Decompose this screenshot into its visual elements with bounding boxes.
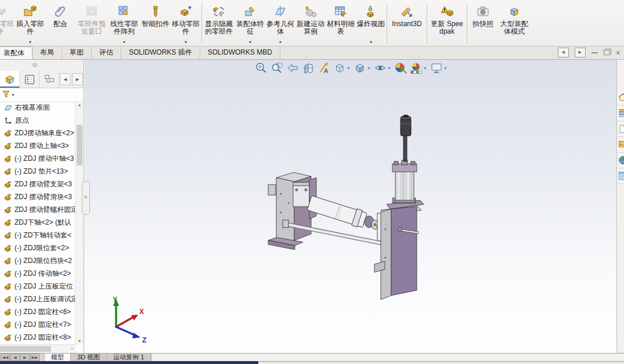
headsup-zoom-fit-button[interactable] <box>254 61 268 75</box>
dropdown-arrow-icon: ▼ <box>367 66 371 70</box>
tree-item[interactable]: (-) ZDJ 垫片<13> <box>0 165 75 178</box>
bottom-tab-1[interactable]: 3D 视图 <box>71 354 107 361</box>
display-style-icon <box>354 62 366 74</box>
filter-dropdown-arrow[interactable]: ▼ <box>11 93 15 97</box>
tree-item-label: (-) ZDJ 摆动中轴<3 <box>15 154 74 164</box>
component-preview-icon <box>85 5 99 19</box>
tree-item[interactable]: ZDJ摆动轴承座<2> <box>0 127 75 139</box>
ribbon-button-speedpak[interactable]: 更新 Speedpak <box>428 0 466 46</box>
motion-nav-next-button[interactable]: ▶ <box>20 354 30 361</box>
taskpane-custom-properties-tab[interactable] <box>617 168 624 184</box>
tree-item[interactable]: ZDJ 摆动臂滑块<3 <box>0 190 75 203</box>
tree-item[interactable]: (-) ZDJ 上压板定位 <box>0 280 75 293</box>
tree-horizontal-scrollbar[interactable]: > <box>0 344 76 353</box>
ribbon-button-motion-study[interactable]: 新建运动算例 <box>295 0 326 46</box>
command-tab-3[interactable]: 评估 <box>92 46 121 59</box>
configurationmanager-tab[interactable] <box>39 71 59 88</box>
tree-item[interactable]: ZDJ 摆动臂支架<3 <box>0 178 75 190</box>
scroll-right-icon[interactable]: > <box>68 345 76 353</box>
dropdown-arrow-icon: ▼ <box>347 66 351 70</box>
assembly-model[interactable]: Y X Z <box>85 60 617 353</box>
ribbon-button-linear-pattern[interactable]: 线性零部件阵列▼ <box>108 0 140 46</box>
restore-button[interactable] <box>604 50 610 55</box>
headsup-edit-appearance-button[interactable] <box>394 61 407 75</box>
command-tab-1[interactable]: 布局 <box>33 46 62 59</box>
scroll-up-icon[interactable]: ▲ <box>75 101 84 109</box>
ribbon-button-smart-fasteners[interactable]: 智能扣件 <box>140 0 171 46</box>
hscroll-thumb[interactable] <box>0 346 51 352</box>
headsup-view-orientation-button[interactable]: ▼ <box>333 61 351 75</box>
taskpane-appearances-tab[interactable] <box>617 153 624 168</box>
ribbon-button-instant3d[interactable]: Instant3D <box>388 0 426 46</box>
ribbon-button-insert-component[interactable]: 插入零部件▼ <box>15 0 45 46</box>
ribbon-button-reference-geometry[interactable]: 参考几何体▼ <box>265 0 295 46</box>
ribbon-button-exploded-view[interactable]: 爆炸视图▼ <box>356 0 386 46</box>
panel-splitter-grip[interactable] <box>82 181 90 215</box>
pane-left-button[interactable]: ◀ <box>558 48 569 57</box>
headsup-display-style-button[interactable]: ▼ <box>353 61 371 75</box>
tree-item[interactable]: (-) ZDJ限位挡块<2 <box>0 254 75 267</box>
panel-tabs-scroll-left[interactable]: ◀ <box>60 73 71 85</box>
tree-item[interactable]: ZDJ下轴<2> (默认 <box>0 216 75 229</box>
headsup-view-settings-button[interactable]: ▼ <box>430 61 448 75</box>
motion-nav-prev-button[interactable]: ◀ <box>10 354 20 361</box>
ribbon-button-move-component[interactable]: 移动零部件▼ <box>171 0 201 46</box>
tree-vertical-scrollbar[interactable]: ▲ ▼ <box>75 101 84 345</box>
propertymanager-tab[interactable] <box>20 71 39 88</box>
ribbon-button-bom[interactable]: 材料明细表 <box>326 0 356 46</box>
filter-funnel-icon[interactable] <box>2 91 10 99</box>
ribbon-button-show-hidden[interactable]: 显示隐藏的零部件 <box>203 0 235 46</box>
headsup-hide-show-items-button[interactable]: ▼ <box>373 61 392 75</box>
taskpane-home-tab[interactable] <box>617 90 624 106</box>
featuremanager-tab[interactable] <box>0 71 20 88</box>
dropdown-arrow-icon: ▼ <box>443 66 448 70</box>
ribbon-button-mate[interactable]: 配合 <box>45 0 75 46</box>
tree-item[interactable]: (-) ZDJ 传动轴<2> <box>0 267 75 280</box>
scroll-down-icon[interactable]: ▼ <box>75 337 84 345</box>
minimize-button[interactable] <box>591 52 598 53</box>
headsup-apply-scene-button[interactable]: ▼ <box>409 61 428 75</box>
tree-item[interactable]: (-) ZDJ 摆动中轴<3 <box>0 152 75 165</box>
headsup-section-view-button[interactable] <box>301 61 315 75</box>
heads-up-view-toolbar: A▼▼▼▼▼ <box>254 61 448 75</box>
command-tab-0[interactable]: 装配体 <box>0 46 33 59</box>
headsup-annotations-button[interactable]: A <box>317 61 331 75</box>
ribbon-button-large-assembly[interactable]: 大型装配体模式 <box>498 0 531 46</box>
origin-icon <box>4 117 15 124</box>
ribbon-button-label: 插入零部件 <box>16 20 44 35</box>
motion-nav-last-button[interactable]: ▶▶ <box>30 354 39 361</box>
ribbon-button-snapshot[interactable]: 拍快照 <box>468 0 498 46</box>
command-tab-4[interactable]: SOLIDWORKS 插件 <box>121 46 200 59</box>
panel-tabs-scroll-right[interactable]: ▶ <box>72 73 83 85</box>
tree-item-label: ZDJ 摆动上轴<3> <box>15 141 69 151</box>
ribbon-button-assembly-features[interactable]: 装配体特征▼ <box>235 0 265 46</box>
tree-item[interactable]: (-) ZDJ 固定柱<7> <box>0 318 75 331</box>
tree-item[interactable]: 右视基准面 <box>0 101 75 114</box>
close-button[interactable]: × <box>616 49 621 57</box>
ribbon-button-edit-component: 编辑零部件 <box>0 0 15 46</box>
bottom-tab-0[interactable]: 模型 <box>44 354 71 361</box>
graphics-area[interactable]: A▼▼▼▼▼ <box>85 60 617 353</box>
tree-item[interactable]: (-) ZDJ限位套<2> <box>0 242 75 254</box>
instant3d-icon <box>400 5 414 19</box>
motion-nav-first-button[interactable]: ◀◀ <box>1 354 10 361</box>
headsup-previous-view-button[interactable] <box>286 61 300 75</box>
tree-item[interactable]: (-) ZD下轴转动套< <box>0 229 75 242</box>
tree-item[interactable]: (-) ZDJ 固定柱<6> <box>0 305 75 318</box>
part-icon <box>4 295 15 303</box>
taskpane-file-explorer-tab[interactable] <box>617 121 624 137</box>
tree-item[interactable]: ZDJ 摆动上轴<3> <box>0 139 75 152</box>
feature-tree: 右视基准面原点ZDJ摆动轴承座<2>ZDJ 摆动上轴<3>(-) ZDJ 摆动中… <box>0 101 75 345</box>
command-tab-2[interactable]: 草图 <box>62 46 92 59</box>
tree-item[interactable]: 原点 <box>0 114 75 127</box>
tree-item[interactable]: ZDJ 摆动臂螺杆固定 <box>0 203 75 216</box>
headsup-zoom-area-button[interactable] <box>270 61 284 75</box>
tree-item[interactable]: (-) ZDJ上压板调试定 <box>0 293 75 305</box>
tree-item[interactable]: (-) ZDJ 固定柱<8> <box>0 331 75 344</box>
bottom-tab-2[interactable]: 运动算例 1 <box>107 354 151 361</box>
scroll-thumb[interactable] <box>77 125 82 165</box>
taskpane-design-library-tab[interactable] <box>617 106 624 121</box>
pane-right-button[interactable]: ▶ <box>575 48 586 57</box>
taskpane-view-palette-tab[interactable] <box>617 137 624 153</box>
command-tab-5[interactable]: SOLIDWORKS MBD <box>200 46 280 59</box>
